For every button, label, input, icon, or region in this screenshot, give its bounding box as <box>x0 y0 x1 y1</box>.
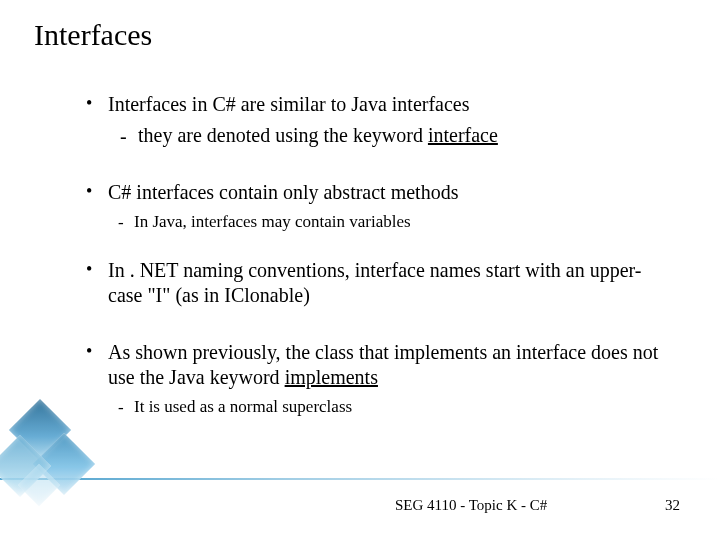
bullet-2-sub: - In Java, interfaces may contain variab… <box>84 211 660 232</box>
keyword-interface: interface <box>428 124 498 146</box>
bullet-4: As shown previously, the class that impl… <box>84 340 660 390</box>
bullet-4-sub: - It is used as a normal superclass <box>84 396 660 417</box>
dash-mark: - <box>118 397 124 418</box>
keyword-implements: implements <box>285 366 378 388</box>
bullet-4-prefix: As shown previously, the class that impl… <box>108 341 658 388</box>
bullet-2-sub-text: In Java, interfaces may contain variable… <box>134 212 411 231</box>
bullet-1-sub-prefix: they are denoted using the keyword <box>138 124 428 146</box>
slide-content: Interfaces in C# are similar to Java int… <box>84 92 660 418</box>
bullet-3: In . NET naming conventions, interface n… <box>84 258 660 308</box>
footer-course: SEG 4110 - Topic K - C# <box>395 497 547 514</box>
bullet-1-text: Interfaces in C# are similar to Java int… <box>108 93 470 115</box>
slide-title: Interfaces <box>34 18 152 52</box>
dash-mark: - <box>120 124 127 149</box>
accent-bar <box>0 478 720 480</box>
bullet-1: Interfaces in C# are similar to Java int… <box>84 92 660 117</box>
decorative-diamonds <box>0 400 104 510</box>
bullet-1-sub: - they are denoted using the keyword int… <box>84 123 660 148</box>
bullet-2: C# interfaces contain only abstract meth… <box>84 180 660 205</box>
bullet-2-text: C# interfaces contain only abstract meth… <box>108 181 458 203</box>
slide: Interfaces Interfaces in C# are similar … <box>0 0 720 540</box>
bullet-3-text: In . NET naming conventions, interface n… <box>108 259 642 306</box>
dash-mark: - <box>118 212 124 233</box>
footer-page: 32 <box>665 497 680 514</box>
bullet-4-sub-text: It is used as a normal superclass <box>134 397 352 416</box>
